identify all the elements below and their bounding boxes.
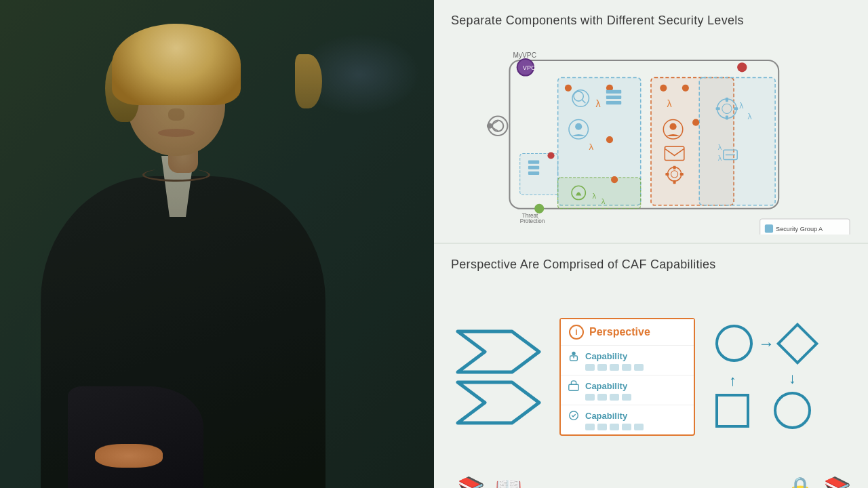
capability-2-icon xyxy=(568,380,580,392)
svg-point-28 xyxy=(565,85,572,92)
svg-text:MyVPC: MyVPC xyxy=(513,52,536,59)
svg-point-30 xyxy=(606,136,613,143)
icon-book-2: 📖 xyxy=(495,475,522,488)
shapes-group: → → → xyxy=(715,325,815,429)
svg-point-9 xyxy=(534,204,544,214)
svg-rect-59 xyxy=(558,178,641,209)
capability-3-label: Capability xyxy=(585,411,627,421)
svg-point-35 xyxy=(669,123,676,130)
svg-rect-46 xyxy=(680,173,684,176)
capability-1-dots xyxy=(568,364,687,371)
svg-point-5 xyxy=(492,121,503,131)
top-section-title: Separate Components with Different Secur… xyxy=(451,14,851,28)
svg-rect-51 xyxy=(716,107,720,110)
shape-diamond xyxy=(776,322,818,364)
capability-item-2: Capability xyxy=(561,375,694,405)
shape-square xyxy=(715,394,749,428)
svg-rect-15 xyxy=(528,161,539,164)
icon-book-1: 📚 xyxy=(458,475,485,488)
capability-3-icon xyxy=(568,409,580,422)
svg-text:λ: λ xyxy=(667,98,671,109)
svg-rect-65 xyxy=(765,224,773,232)
perspective-box: i Perspective Capability xyxy=(559,318,695,436)
right-panel: Separate Components with Different Secur… xyxy=(434,0,868,488)
perspective-info-icon: i xyxy=(569,325,584,340)
svg-rect-33 xyxy=(606,101,621,104)
svg-point-61 xyxy=(611,176,618,183)
capability-3-dots xyxy=(568,424,687,430)
svg-text:Protection: Protection xyxy=(520,218,545,224)
svg-rect-44 xyxy=(673,180,676,184)
svg-point-27 xyxy=(575,123,582,130)
svg-rect-31 xyxy=(606,90,621,94)
top-section: Separate Components with Different Secur… xyxy=(434,0,868,244)
svg-text:λ: λ xyxy=(593,192,597,200)
svg-text:λ: λ xyxy=(747,112,751,121)
svg-text:λ: λ xyxy=(589,142,593,152)
svg-text:λ: λ xyxy=(739,101,743,110)
bottom-icons-row: 📚 📖 🔒 📚 xyxy=(451,475,851,488)
svg-rect-16 xyxy=(528,166,539,169)
perspective-title: Perspective xyxy=(589,326,650,338)
person-photo-panel xyxy=(0,0,434,488)
svg-point-36 xyxy=(660,85,667,92)
svg-rect-17 xyxy=(528,171,539,175)
bottom-section-title: Perspective Are Comprised of CAF Capabil… xyxy=(451,258,851,272)
capability-1-label: Capability xyxy=(585,351,627,361)
svg-text:λ: λ xyxy=(596,98,601,109)
capability-1-icon xyxy=(568,350,580,362)
perspective-header: i Perspective xyxy=(561,319,694,346)
svg-rect-50 xyxy=(726,115,728,119)
svg-text:VPC: VPC xyxy=(523,64,536,71)
capability-item-1: Capability xyxy=(561,346,694,375)
svg-marker-71 xyxy=(458,331,539,372)
shape-circle-outline xyxy=(774,392,811,429)
svg-text:λ: λ xyxy=(718,143,722,151)
svg-text:λ: λ xyxy=(601,197,606,205)
shape-circle xyxy=(715,325,753,362)
svg-rect-32 xyxy=(606,96,621,99)
svg-point-38 xyxy=(692,119,699,126)
svg-point-73 xyxy=(572,352,575,355)
svg-text:λ: λ xyxy=(718,154,722,162)
arrow-down: → xyxy=(784,372,802,387)
icon-lock-1: 🔒 xyxy=(787,475,814,488)
svg-rect-76 xyxy=(569,384,578,390)
svg-point-37 xyxy=(682,85,689,92)
capability-2-label: Capability xyxy=(585,381,627,391)
arrow-up: → xyxy=(724,374,741,389)
capability-item-3: Capability xyxy=(561,405,694,434)
capability-2-dots xyxy=(568,394,687,401)
arrow-right-1: → xyxy=(758,334,774,353)
svg-point-18 xyxy=(547,152,554,159)
svg-rect-45 xyxy=(665,173,669,176)
icon-book-3: 📚 xyxy=(824,475,851,488)
vpc-diagram: MyVPC VPC xyxy=(451,38,851,235)
perspective-diagram: i Perspective Capability xyxy=(451,282,851,472)
svg-rect-43 xyxy=(673,166,676,169)
svg-rect-49 xyxy=(726,98,728,102)
svg-rect-52 xyxy=(734,107,738,110)
svg-text:Security Group A: Security Group A xyxy=(776,226,823,232)
svg-point-10 xyxy=(737,62,747,72)
chevron-group xyxy=(451,328,546,426)
bottom-section: Perspective Are Comprised of CAF Capabil… xyxy=(434,244,868,488)
svg-marker-72 xyxy=(458,382,539,423)
svg-rect-13 xyxy=(699,78,775,205)
